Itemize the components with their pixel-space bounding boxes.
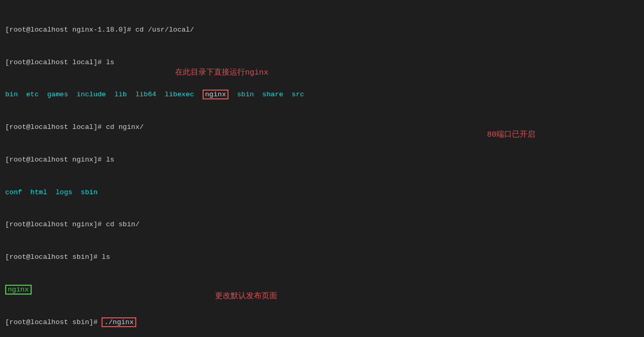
annotation-run-nginx: 在此目录下直接运行nginx <box>175 67 268 77</box>
line-1: [root@localhost nginx-1.18.0]# cd /usr/l… <box>5 25 639 36</box>
line-5: [root@localhost nginx]# ls <box>5 155 639 166</box>
nginx-highlighted: nginx <box>203 90 229 99</box>
line-10: [root@localhost sbin]# ./nginx <box>5 317 639 328</box>
nginx-green-box: nginx <box>5 285 32 295</box>
annotation-port80: 80端口已开启 <box>487 129 535 139</box>
line-8: [root@localhost sbin]# ls <box>5 252 639 263</box>
line-2: [root@localhost local]# ls <box>5 57 639 68</box>
line-3: bin etc games include lib lib64 libexec … <box>5 90 639 100</box>
line-9: nginx <box>5 285 639 296</box>
line-7: [root@localhost nginx]# cd sbin/ <box>5 219 639 230</box>
terminal-window: [root@localhost nginx-1.18.0]# cd /usr/l… <box>0 0 644 337</box>
line-6: conf html logs sbin <box>5 187 639 198</box>
run-nginx-cmd: ./nginx <box>102 317 136 327</box>
line-4: [root@localhost local]# cd nginx/ <box>5 122 639 133</box>
annotation-change-page: 更改默认发布页面 <box>215 291 277 301</box>
